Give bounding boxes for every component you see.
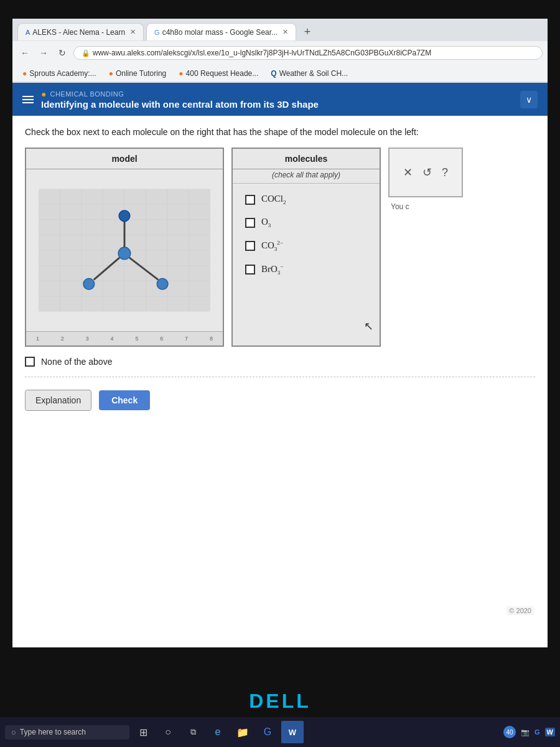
hamburger-menu[interactable] <box>22 96 34 103</box>
forward-button[interactable]: → <box>36 45 51 60</box>
molecules-box-subheader: (check all that apply) <box>233 169 380 184</box>
bookmark-weather[interactable]: Q Weather & Soil CH... <box>266 68 353 79</box>
dell-logo-area: DELL <box>249 690 311 713</box>
bookmark-weather-label: Weather & Soil CH... <box>279 69 348 78</box>
url-text: www-awu.aleks.com/alekscgi/x/lsl.exe/1o_… <box>93 49 431 57</box>
molecule-option-co3: CO32− <box>245 240 367 252</box>
address-bar: ← → ↻ 🔒 www-awu.aleks.com/alekscgi/x/lsl… <box>12 41 548 65</box>
back-button[interactable]: ← <box>17 45 32 60</box>
refresh-button[interactable]: ↻ <box>55 45 70 60</box>
taskbar-taskview-icon[interactable]: ⧉ <box>182 721 204 743</box>
check-button[interactable]: Check <box>99 390 150 410</box>
bookmark-400-label: 400 Request Heade... <box>186 69 259 78</box>
ruler: 1 2 3 4 5 6 7 8 <box>31 334 218 343</box>
molecules-box: molecules (check all that apply) COCl2 <box>231 148 381 347</box>
bookmarks-bar: ● Sprouts Academy:... ● Online Tutoring … <box>12 65 548 82</box>
copyright-text: © 2020 <box>506 606 534 615</box>
bookmark-tutoring-label: Online Tutoring <box>116 69 166 78</box>
taskbar-g-icon[interactable]: G <box>534 728 540 736</box>
help-action-button[interactable]: ? <box>442 166 448 179</box>
molecule-option-cocl2: COCl2 <box>245 194 367 205</box>
action-box: ✕ ↺ ? <box>388 148 463 197</box>
tab-google[interactable]: G c4h8o molar mass - Google Sear... ✕ <box>146 23 296 40</box>
model-box-content <box>26 169 223 331</box>
bookmark-tutoring[interactable]: ● Online Tutoring <box>104 68 172 79</box>
ruler-3: 3 <box>86 336 89 342</box>
svg-point-15 <box>118 247 131 260</box>
tab-google-close[interactable]: ✕ <box>282 28 288 36</box>
ruler-1: 1 <box>36 336 39 342</box>
lock-icon: 🔒 <box>82 49 90 57</box>
tutoring-icon: ● <box>109 69 113 78</box>
cursor-arrow-icon: ↖ <box>364 319 373 333</box>
search-icon: ○ <box>11 728 16 737</box>
header-text: ● CHEMICAL BONDING Identifying a molecul… <box>41 89 319 110</box>
hamburger-line-3 <box>22 102 34 103</box>
problem-table-container: model <box>25 148 535 347</box>
section-circle-icon: ● <box>41 89 46 99</box>
aleks-header: ● CHEMICAL BONDING Identifying a molecul… <box>12 83 548 116</box>
taskbar-edge-icon[interactable]: e <box>207 721 229 743</box>
molecules-box-header: molecules <box>233 149 380 169</box>
bottom-buttons: Explanation Check <box>25 385 535 416</box>
svg-point-19 <box>119 210 130 222</box>
checkbox-cocl2[interactable] <box>245 195 255 205</box>
notification-badge[interactable]: 40 <box>503 726 516 738</box>
model-box: model <box>25 148 224 347</box>
taskbar-search[interactable]: ○ Type here to search <box>5 725 129 740</box>
taskbar-chrome-icon[interactable]: G <box>256 721 279 743</box>
checkbox-none-above[interactable] <box>25 357 35 367</box>
undo-action-button[interactable]: ↺ <box>422 166 432 179</box>
url-box[interactable]: 🔒 www-awu.aleks.com/alekscgi/x/lsl.exe/1… <box>73 46 543 60</box>
tab-aleks-label: ALEKS - Alec Nema - Learn <box>32 28 125 37</box>
bookmark-sprouts[interactable]: ● Sprouts Academy:... <box>17 68 101 79</box>
taskbar-cortana-icon[interactable]: ○ <box>157 721 179 743</box>
taskbar-right: 40 📷 G W <box>503 726 555 738</box>
header-title: Identifying a molecule with one central … <box>41 99 319 110</box>
tab-aleks-close[interactable]: ✕ <box>130 28 136 36</box>
page-content: ● CHEMICAL BONDING Identifying a molecul… <box>12 83 548 647</box>
camera-icon[interactable]: 📷 <box>521 728 530 736</box>
new-tab-button[interactable]: + <box>299 23 316 40</box>
taskbar-w-icon[interactable]: W <box>545 728 555 736</box>
bookmark-sprouts-label: Sprouts Academy:... <box>29 69 96 78</box>
ruler-4: 4 <box>111 336 114 342</box>
svg-point-21 <box>157 278 168 289</box>
screen: A ALEKS - Alec Nema - Learn ✕ G c4h8o mo… <box>12 19 548 647</box>
hamburger-line-2 <box>22 99 34 100</box>
checkbox-bro3[interactable] <box>245 265 255 275</box>
ruler-8: 8 <box>210 336 213 342</box>
taskbar-word-icon[interactable]: W <box>281 721 304 743</box>
section-label: CHEMICAL BONDING <box>50 90 124 98</box>
badge-number: 40 <box>506 729 513 736</box>
tab-aleks[interactable]: A ALEKS - Alec Nema - Learn ✕ <box>17 23 144 40</box>
formula-bro3: BrO3− <box>261 263 283 276</box>
ruler-6: 6 <box>160 336 163 342</box>
formula-cocl2: COCl2 <box>261 194 286 205</box>
browser-chrome: A ALEKS - Alec Nema - Learn ✕ G c4h8o mo… <box>12 19 548 83</box>
taskbar-windows-icon[interactable]: ⊞ <box>132 721 154 743</box>
close-action-button[interactable]: ✕ <box>403 166 413 179</box>
checkbox-co3[interactable] <box>245 241 255 251</box>
ruler-7: 7 <box>185 336 188 342</box>
you-can-label: You c <box>388 202 463 211</box>
model-box-header: model <box>26 149 223 169</box>
explanation-button[interactable]: Explanation <box>25 390 91 411</box>
search-text: Type here to search <box>20 728 86 736</box>
separator-line <box>25 377 535 377</box>
svg-point-20 <box>83 278 95 289</box>
molecules-box-content: COCl2 O3 CO32− <box>233 184 380 345</box>
tab-google-label: c4h8o molar mass - Google Sear... <box>162 28 278 37</box>
hamburger-line-1 <box>22 96 34 97</box>
molecule-option-bro3: BrO3− <box>245 263 367 276</box>
taskbar-folder-icon[interactable]: 📁 <box>231 721 254 743</box>
formula-co3: CO32− <box>261 240 283 252</box>
formula-o3: O3 <box>261 217 271 228</box>
header-chevron-button[interactable]: ∨ <box>520 91 538 108</box>
tab-bar: A ALEKS - Alec Nema - Learn ✕ G c4h8o mo… <box>12 19 548 41</box>
request-icon: ● <box>179 69 183 78</box>
bookmark-400[interactable]: ● 400 Request Heade... <box>174 68 263 79</box>
problem-area: Check the box next to each molecule on t… <box>12 116 548 426</box>
dell-logo: DELL <box>249 690 311 713</box>
checkbox-o3[interactable] <box>245 218 255 228</box>
